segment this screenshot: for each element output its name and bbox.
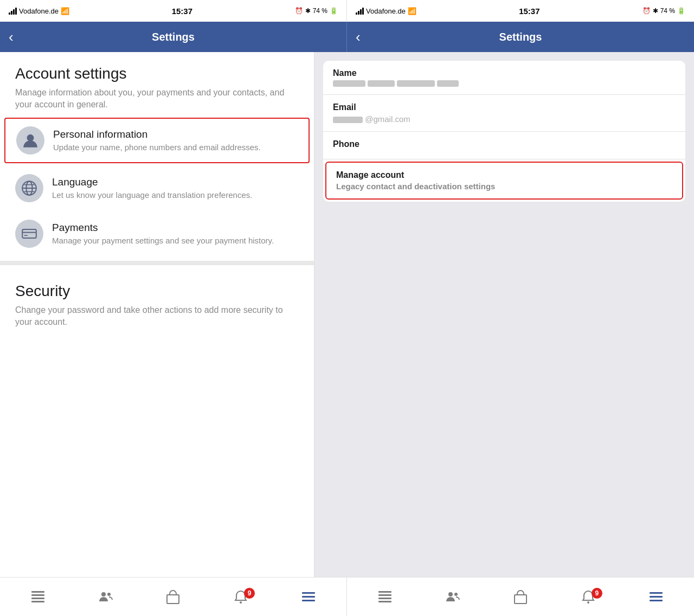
settings-item-personal-information[interactable]: Personal information Update your name, p…	[4, 118, 310, 163]
nav-title-right: Settings	[499, 31, 542, 43]
security-section-header: Security Change your password and take o…	[0, 270, 314, 333]
settings-item-payments[interactable]: Payments Manage your payment settings an…	[0, 211, 314, 256]
manage-account-row[interactable]: Manage account Legacy contact and deacti…	[325, 162, 683, 200]
card-icon	[21, 225, 38, 242]
svg-rect-22	[378, 598, 391, 599]
svg-rect-23	[378, 601, 391, 602]
tab-menu-right[interactable]	[640, 589, 672, 605]
blur-4	[437, 80, 459, 87]
personal-information-text: Personal information Update your name, p…	[53, 129, 261, 153]
tab-marketplace-left[interactable]	[157, 589, 189, 605]
tab-friends-left[interactable]	[89, 589, 122, 605]
menu-icon-right	[648, 589, 664, 605]
nav-bar: ‹ Settings ‹ Settings	[0, 22, 694, 52]
blur-2	[368, 80, 395, 87]
friends-icon-left	[98, 589, 114, 605]
marketplace-icon-left	[165, 589, 181, 605]
email-label: Email	[333, 102, 676, 112]
svg-rect-12	[31, 601, 44, 602]
tab-news-feed-right[interactable]	[369, 589, 401, 605]
battery-right: 74 %	[660, 7, 675, 15]
wifi-icon: 📶	[61, 7, 69, 15]
payments-description: Manage your payment settings and see you…	[52, 235, 274, 246]
status-right-carrier-group: Vodafone.de 📶	[356, 7, 416, 15]
status-right-group: ⏰ ✱ 74 % 🔋	[295, 7, 338, 15]
manage-account-subtitle: Legacy contact and deactivation settings	[336, 182, 672, 191]
phone-label: Phone	[333, 139, 676, 149]
security-title: Security	[15, 283, 299, 300]
svg-rect-15	[167, 595, 179, 604]
notification-badge-left: 9	[244, 588, 255, 599]
phone-row[interactable]: Phone	[323, 132, 685, 159]
section-divider	[0, 261, 314, 265]
language-icon	[15, 174, 43, 202]
settings-item-language[interactable]: Language Let us know your language and t…	[0, 165, 314, 211]
signal-icon-right	[356, 7, 364, 15]
svg-rect-21	[378, 594, 391, 596]
carrier-left: Vodafone.de	[19, 7, 59, 15]
nav-right: ‹ Settings	[347, 22, 694, 52]
svg-point-25	[454, 593, 458, 596]
svg-rect-10	[31, 594, 44, 596]
name-label: Name	[333, 68, 676, 78]
svg-rect-20	[378, 591, 391, 593]
status-left-group: Vodafone.de 📶	[9, 7, 69, 15]
back-button-left[interactable]: ‹	[9, 30, 14, 44]
account-settings-description: Manage information about you, your payme…	[15, 87, 299, 111]
svg-rect-30	[650, 600, 663, 601]
svg-point-13	[101, 592, 106, 596]
svg-rect-11	[31, 598, 44, 599]
tab-friends-right[interactable]	[436, 589, 469, 605]
menu-icon-left	[300, 589, 317, 605]
time-right: 15:37	[519, 7, 539, 16]
status-right-right-group: ⏰ ✱ 74 % 🔋	[642, 7, 685, 15]
blur-3	[397, 80, 435, 87]
payments-icon	[15, 220, 43, 248]
manage-account-title: Manage account	[336, 170, 672, 180]
svg-point-14	[107, 593, 111, 596]
nav-left: ‹ Settings	[0, 22, 347, 52]
carrier-right: Vodafone.de	[366, 7, 406, 15]
name-value	[333, 80, 676, 87]
email-blur	[333, 117, 363, 123]
svg-point-24	[448, 592, 453, 596]
name-row[interactable]: Name	[323, 61, 685, 95]
svg-rect-19	[302, 600, 315, 601]
email-domain: @gmail.com	[365, 114, 410, 124]
language-text: Language Let us know your language and t…	[52, 176, 252, 201]
news-feed-icon-right	[377, 589, 393, 605]
bluetooth-icon: ✱	[305, 7, 311, 15]
personal-information-description: Update your name, phone numbers and emai…	[53, 142, 261, 153]
globe-icon	[21, 179, 38, 197]
svg-rect-26	[515, 595, 526, 604]
alarm-icon-right: ⏰	[642, 7, 651, 15]
svg-point-27	[587, 601, 589, 604]
tab-notifications-left[interactable]: 9	[224, 589, 257, 605]
account-settings-header: Account settings Manage information abou…	[0, 52, 314, 116]
status-bar: Vodafone.de 📶 15:37 ⏰ ✱ 74 % 🔋 Vodafone.…	[0, 0, 694, 22]
wifi-icon-right: 📶	[408, 7, 416, 15]
status-bar-left: Vodafone.de 📶 15:37 ⏰ ✱ 74 % 🔋	[0, 0, 347, 22]
tab-marketplace-right[interactable]	[504, 589, 537, 605]
tab-bar-left: 9	[0, 578, 347, 616]
svg-rect-18	[302, 596, 315, 598]
status-bar-right: Vodafone.de 📶 15:37 ⏰ ✱ 74 % 🔋	[347, 0, 694, 22]
svg-point-16	[240, 601, 242, 604]
battery-icon-right: 🔋	[677, 7, 685, 15]
battery-icon-left: 🔋	[330, 7, 338, 15]
personal-information-title: Personal information	[53, 129, 261, 140]
notification-badge-right: 9	[592, 588, 602, 599]
tab-menu-left[interactable]	[292, 589, 325, 605]
personal-information-icon	[16, 126, 44, 155]
tab-notifications-right[interactable]: 9	[572, 589, 605, 605]
person-icon	[22, 132, 39, 149]
svg-point-0	[27, 134, 34, 142]
language-title: Language	[52, 176, 252, 188]
back-button-right[interactable]: ‹	[356, 30, 361, 44]
email-row[interactable]: Email @gmail.com	[323, 95, 685, 132]
friends-icon-right	[445, 589, 461, 605]
blur-1	[333, 80, 365, 87]
tab-news-feed-left[interactable]	[22, 589, 54, 605]
signal-icon	[9, 7, 17, 15]
battery-left: 74 %	[313, 7, 327, 15]
